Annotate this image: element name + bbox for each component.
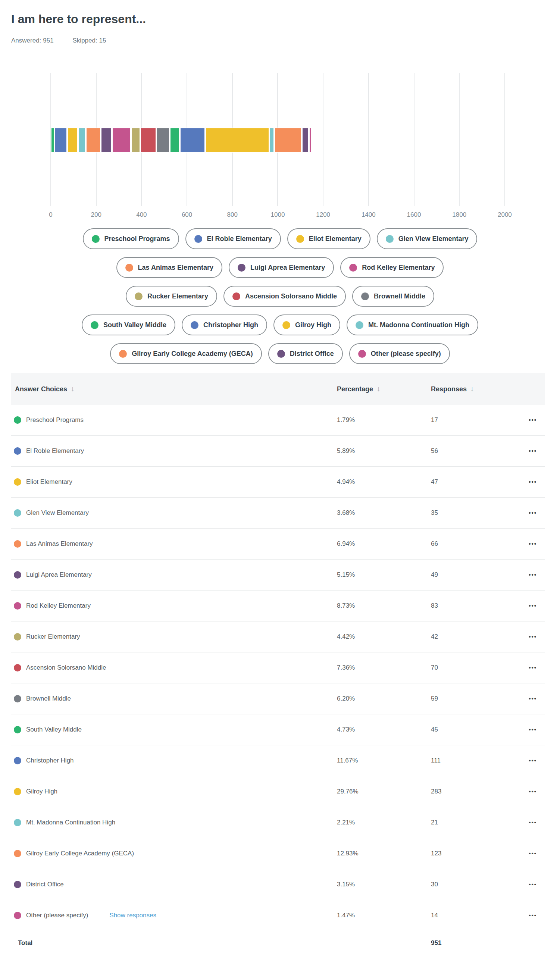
bar-segment[interactable] bbox=[140, 128, 156, 153]
legend-pill[interactable]: South Valley Middle bbox=[82, 315, 175, 335]
legend-dot-icon bbox=[361, 293, 369, 300]
responses-value: 30 bbox=[431, 881, 525, 888]
row-menu-button[interactable]: ••• bbox=[529, 726, 537, 733]
legend-pill[interactable]: Preschool Programs bbox=[83, 228, 179, 249]
legend-pill[interactable]: District Office bbox=[268, 343, 343, 364]
column-header-percentage[interactable]: Percentage↓ bbox=[337, 385, 431, 393]
row-menu-cell: ••• bbox=[525, 571, 545, 579]
bar-segment[interactable] bbox=[274, 128, 302, 153]
percentage-value: 4.73% bbox=[337, 726, 431, 733]
row-menu-button[interactable]: ••• bbox=[529, 788, 537, 795]
legend-pill[interactable]: Gilroy High bbox=[274, 315, 340, 335]
row-menu-button[interactable]: ••• bbox=[529, 479, 537, 485]
bar-segment[interactable] bbox=[156, 128, 170, 153]
row-menu-button[interactable]: ••• bbox=[529, 510, 537, 516]
bar-segment[interactable] bbox=[302, 128, 308, 153]
answer-choice-label: Rod Kelley Elementary bbox=[26, 602, 91, 609]
choice-color-dot-icon bbox=[14, 726, 21, 733]
bar-segment[interactable] bbox=[131, 128, 141, 153]
bar-segment[interactable] bbox=[170, 128, 180, 153]
responses-value: 35 bbox=[431, 509, 525, 517]
legend-dot-icon bbox=[238, 264, 246, 272]
responses-value: 111 bbox=[431, 757, 525, 764]
legend-pill[interactable]: Christopher High bbox=[182, 315, 267, 335]
table-row: Mt. Madonna Continuation High2.21%21••• bbox=[11, 807, 545, 838]
row-menu-button[interactable]: ••• bbox=[529, 881, 537, 888]
legend-pill[interactable]: Rucker Elementary bbox=[126, 286, 217, 307]
row-menu-button[interactable]: ••• bbox=[529, 819, 537, 825]
bar-segment[interactable] bbox=[101, 128, 112, 153]
legend-row: Rucker ElementaryAscension Solorsano Mid… bbox=[126, 286, 434, 307]
percentage-value: 6.20% bbox=[337, 695, 431, 703]
column-header-answer-choices[interactable]: Answer Choices↓ bbox=[11, 385, 337, 393]
row-menu-button[interactable]: ••• bbox=[529, 850, 537, 856]
bar-segment[interactable] bbox=[112, 128, 131, 153]
sort-down-icon[interactable]: ↓ bbox=[377, 385, 380, 393]
column-header-responses[interactable]: Responses↓ bbox=[431, 385, 525, 393]
table-row: Gilroy Early College Academy (GECA)12.93… bbox=[11, 838, 545, 869]
legend-pill[interactable]: El Roble Elementary bbox=[185, 228, 281, 249]
row-menu-button[interactable]: ••• bbox=[529, 912, 537, 919]
answer-choice-label: Ascension Solorsano Middle bbox=[26, 664, 106, 672]
row-menu-button[interactable]: ••• bbox=[529, 540, 537, 547]
legend-dot-icon bbox=[358, 350, 366, 358]
row-menu-cell: ••• bbox=[525, 757, 545, 764]
answer-choice-cell: Eliot Elementary bbox=[11, 478, 337, 486]
legend-pill[interactable]: Gilroy Early College Academy (GECA) bbox=[110, 343, 261, 364]
legend-pill[interactable]: Las Animas Elementary bbox=[116, 257, 222, 278]
responses-value: 66 bbox=[431, 540, 525, 548]
answer-choice-cell: Glen View Elementary bbox=[11, 509, 337, 517]
chart-plot: 0200400600800100012001400160018002000 bbox=[51, 73, 545, 206]
percentage-value: 11.67% bbox=[337, 757, 431, 764]
bar-segment[interactable] bbox=[78, 128, 86, 153]
legend-pill[interactable]: Mt. Madonna Continuation High bbox=[347, 315, 478, 335]
legend-pill[interactable]: Eliot Elementary bbox=[287, 228, 371, 249]
bar-segment[interactable] bbox=[205, 128, 269, 153]
bar-segment[interactable] bbox=[269, 128, 274, 153]
answer-choice-label: Eliot Elementary bbox=[26, 478, 72, 486]
choice-color-dot-icon bbox=[14, 478, 21, 486]
legend-dot-icon bbox=[92, 235, 100, 243]
row-menu-button[interactable]: ••• bbox=[529, 664, 537, 671]
row-menu-button[interactable]: ••• bbox=[529, 448, 537, 454]
row-menu-button[interactable]: ••• bbox=[529, 633, 537, 640]
legend-pill[interactable]: Other (please specify) bbox=[349, 343, 450, 364]
legend-pill[interactable]: Glen View Elementary bbox=[377, 228, 477, 249]
legend-label: Rucker Elementary bbox=[147, 293, 208, 300]
sort-down-icon[interactable]: ↓ bbox=[71, 385, 75, 393]
row-menu-button[interactable]: ••• bbox=[529, 695, 537, 702]
row-menu-button[interactable]: ••• bbox=[529, 603, 537, 609]
bar-segment[interactable] bbox=[86, 128, 101, 153]
bar-segment[interactable] bbox=[67, 128, 78, 153]
bar-segment[interactable] bbox=[55, 128, 67, 153]
responses-value: 21 bbox=[431, 819, 525, 826]
row-menu-cell: ••• bbox=[525, 850, 545, 857]
bar-segment[interactable] bbox=[180, 128, 205, 153]
legend-pill[interactable]: Rod Kelley Elementary bbox=[340, 257, 444, 278]
stacked-bar bbox=[51, 128, 312, 153]
row-menu-button[interactable]: ••• bbox=[529, 757, 537, 764]
sort-down-icon[interactable]: ↓ bbox=[471, 385, 474, 393]
table-row: Gilroy High29.76%283••• bbox=[11, 776, 545, 807]
row-menu-button[interactable]: ••• bbox=[529, 417, 537, 423]
responses-value: 17 bbox=[431, 416, 525, 424]
bar-segment[interactable] bbox=[51, 128, 55, 153]
answer-choice-cell: Mt. Madonna Continuation High bbox=[11, 819, 337, 826]
responses-value: 83 bbox=[431, 602, 525, 609]
answer-choice-label: Brownell Middle bbox=[26, 695, 71, 703]
bar-segment[interactable] bbox=[309, 128, 312, 153]
legend-pill[interactable]: Ascension Solorsano Middle bbox=[224, 286, 346, 307]
legend-label: District Office bbox=[290, 350, 334, 358]
percentage-value: 5.15% bbox=[337, 571, 431, 579]
legend-pill[interactable]: Luigi Aprea Elementary bbox=[229, 257, 334, 278]
answered-count: Answered:951 bbox=[11, 37, 54, 44]
table-row: Luigi Aprea Elementary5.15%49••• bbox=[11, 560, 545, 590]
answer-choice-label: El Roble Elementary bbox=[26, 447, 84, 455]
show-responses-link[interactable]: Show responses bbox=[109, 912, 156, 919]
legend-pill[interactable]: Brownell Middle bbox=[352, 286, 434, 307]
choice-color-dot-icon bbox=[14, 850, 21, 857]
percentage-value: 1.79% bbox=[337, 416, 431, 424]
row-menu-button[interactable]: ••• bbox=[529, 571, 537, 578]
legend-dot-icon bbox=[194, 235, 202, 243]
choice-color-dot-icon bbox=[14, 695, 21, 703]
